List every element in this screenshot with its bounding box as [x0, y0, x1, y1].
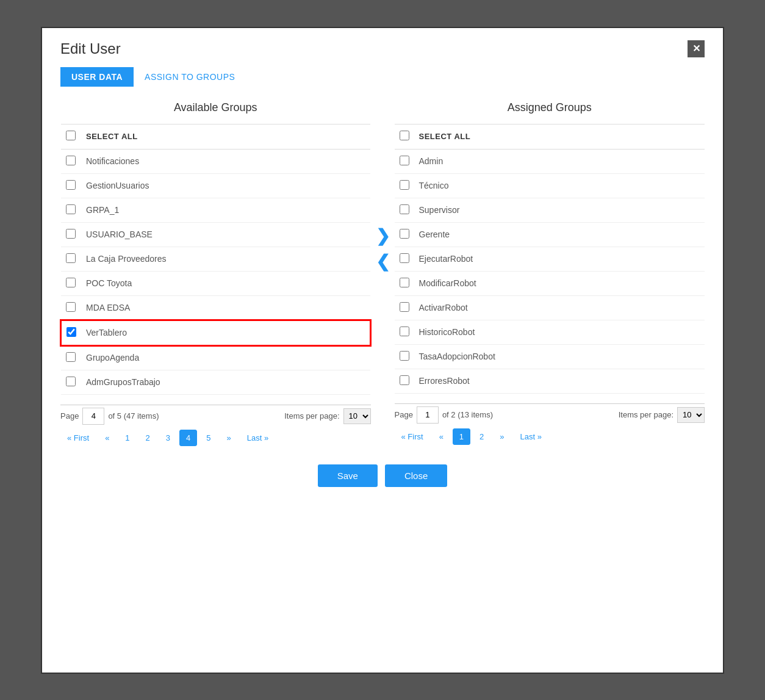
assigned-page-1[interactable]: 1 [453, 428, 470, 445]
available-first-page[interactable]: « First [60, 430, 96, 446]
available-group-row: GRPA_1 [61, 198, 370, 222]
available-select-all-checkbox[interactable] [66, 131, 76, 140]
available-group-row: USUARIO_BASE [61, 222, 370, 247]
assigned-group-row: ErroresRobot [395, 369, 705, 393]
assigned-next-page[interactable]: » [493, 428, 511, 445]
available-group-checkbox-8[interactable] [66, 352, 76, 362]
available-last-page[interactable]: Last » [240, 430, 275, 446]
tab-assign-to-groups[interactable]: ASSIGN TO GROUPS [134, 67, 246, 87]
available-prev-page[interactable]: « [98, 430, 116, 446]
assigned-group-name: ModificarRobot [414, 271, 705, 295]
assigned-groups-table: SELECT ALL AdminTécnicoSupervisorGerente… [395, 124, 705, 394]
available-group-name: POC Toyota [81, 271, 370, 295]
available-page-info: Page of 5 (47 items) [60, 408, 159, 425]
available-groups-pagination: Page of 5 (47 items) Items per page: 10 … [60, 402, 371, 446]
assigned-ipp-label: Items per page: [619, 410, 673, 419]
available-group-checkbox-4[interactable] [66, 253, 76, 263]
available-ipp-label: Items per page: [284, 411, 339, 420]
transfer-arrows: ❯ ❮ [371, 101, 395, 275]
assigned-select-all-label: SELECT ALL [414, 124, 705, 149]
close-button[interactable]: Close [385, 464, 447, 487]
assigned-group-row: Admin [395, 149, 705, 173]
available-group-checkbox-1[interactable] [66, 180, 76, 190]
assigned-select-all-checkbox[interactable] [400, 131, 409, 140]
assigned-first-page[interactable]: « First [395, 428, 430, 445]
assigned-group-row: Técnico [395, 173, 705, 198]
assigned-groups-pagination: Page of 2 (13 items) Items per page: 10 … [395, 401, 705, 445]
available-groups-table: SELECT ALL NotificacionesGestionUsuarios… [60, 124, 371, 395]
modal-header: Edit User ✕ [60, 40, 705, 57]
available-page-3[interactable]: 3 [159, 430, 177, 446]
available-page-label: Page [60, 411, 79, 420]
assigned-group-checkbox-2[interactable] [400, 204, 409, 214]
available-group-checkbox-6[interactable] [66, 302, 76, 312]
assigned-group-checkbox-9[interactable] [400, 375, 409, 385]
assigned-group-checkbox-6[interactable] [400, 302, 409, 312]
assigned-page-info: Page of 2 (13 items) [395, 406, 493, 424]
assigned-group-name: Admin [414, 149, 705, 173]
assigned-groups-panel: Assigned Groups SELECT ALL AdminTécnicoS… [395, 101, 705, 445]
available-group-row: MDA EDSA [61, 295, 370, 320]
panels-container: Available Groups SELECT ALL Notificacion… [60, 101, 705, 446]
available-ipp-select[interactable]: 10 20 50 [343, 408, 371, 424]
assigned-group-checkbox-1[interactable] [400, 180, 409, 190]
assigned-group-name: TasaAdopcionRobot [414, 344, 705, 369]
available-page-5[interactable]: 5 [199, 430, 217, 446]
available-page-2[interactable]: 2 [139, 430, 157, 446]
assigned-group-row: Gerente [395, 222, 705, 247]
move-left-button[interactable]: ❮ [376, 249, 390, 275]
available-group-checkbox-2[interactable] [66, 204, 76, 214]
available-groups-panel: Available Groups SELECT ALL Notificacion… [60, 101, 371, 446]
assigned-last-page[interactable]: Last » [514, 428, 548, 445]
available-group-checkbox-5[interactable] [66, 278, 76, 287]
available-group-name: AdmGruposTrabajo [81, 370, 370, 394]
available-page-input[interactable] [82, 408, 104, 425]
modal-title: Edit User [60, 40, 121, 57]
assigned-groups-title: Assigned Groups [395, 101, 705, 114]
available-page-4[interactable]: 4 [179, 430, 197, 446]
available-group-checkbox-7[interactable] [66, 327, 76, 337]
assigned-group-row: TasaAdopcionRobot [395, 344, 705, 369]
available-group-checkbox-9[interactable] [66, 377, 76, 386]
save-button[interactable]: Save [318, 464, 378, 487]
assigned-items-per-page: Items per page: 10 20 50 [619, 407, 705, 423]
available-group-name: VerTablero [81, 320, 370, 345]
available-pagination-nav: « First « 1 2 3 4 5 » Last » [60, 430, 371, 446]
assigned-group-checkbox-0[interactable] [400, 156, 409, 165]
available-page-total: of 5 (47 items) [108, 411, 159, 420]
assigned-group-row: HistoricoRobot [395, 320, 705, 344]
assigned-prev-page[interactable]: « [433, 428, 450, 445]
assigned-group-checkbox-3[interactable] [400, 229, 409, 239]
assigned-pagination-nav: « First « 1 2 » Last » [395, 428, 705, 445]
available-next-page[interactable]: » [220, 430, 238, 446]
available-group-row: AdmGruposTrabajo [61, 370, 370, 394]
move-right-button[interactable]: ❯ [376, 223, 390, 249]
tab-bar: USER DATA ASSIGN TO GROUPS [60, 67, 705, 87]
close-icon-button[interactable]: ✕ [688, 40, 705, 57]
available-select-all-label: SELECT ALL [81, 124, 370, 149]
available-group-name: USUARIO_BASE [81, 222, 370, 247]
assigned-group-checkbox-4[interactable] [400, 253, 409, 263]
available-group-name: GestionUsuarios [81, 173, 370, 198]
assigned-page-total: of 2 (13 items) [442, 410, 493, 419]
assigned-ipp-select[interactable]: 10 20 50 [677, 407, 705, 423]
available-group-row: La Caja Proveedores [61, 247, 370, 271]
assigned-group-row: ModificarRobot [395, 271, 705, 295]
available-groups-title: Available Groups [60, 101, 371, 114]
assigned-group-checkbox-8[interactable] [400, 351, 409, 361]
available-group-checkbox-3[interactable] [66, 229, 76, 239]
edit-user-modal: Edit User ✕ USER DATA ASSIGN TO GROUPS A… [41, 27, 724, 674]
assigned-group-checkbox-7[interactable] [400, 327, 409, 336]
available-group-name: GRPA_1 [81, 198, 370, 222]
assigned-group-name: Supervisor [414, 198, 705, 222]
available-group-checkbox-0[interactable] [66, 156, 76, 165]
available-group-row: VerTablero [61, 320, 370, 345]
available-items-per-page: Items per page: 10 20 50 [284, 408, 370, 424]
assigned-page-2[interactable]: 2 [473, 428, 490, 445]
available-page-1[interactable]: 1 [118, 430, 136, 446]
tab-user-data[interactable]: USER DATA [60, 67, 134, 87]
assigned-group-checkbox-5[interactable] [400, 278, 409, 287]
available-group-name: GrupoAgenda [81, 345, 370, 370]
assigned-page-input[interactable] [417, 406, 439, 424]
assigned-group-name: Técnico [414, 173, 705, 198]
